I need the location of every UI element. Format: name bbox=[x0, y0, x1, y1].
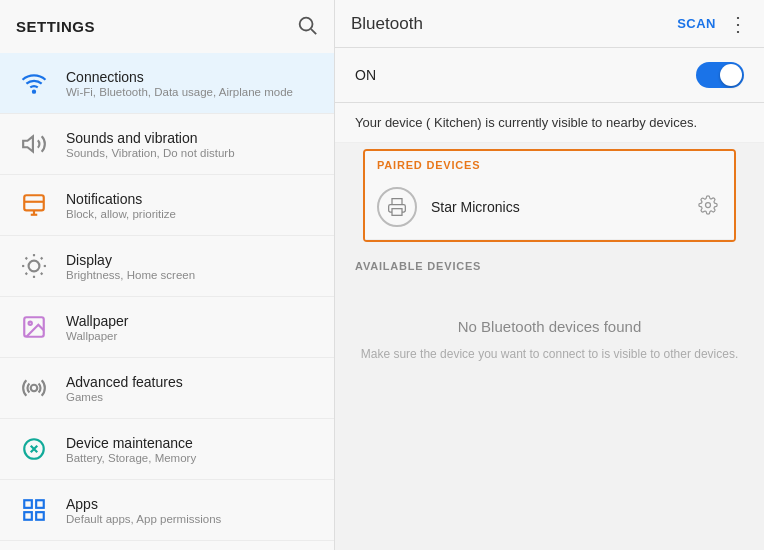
advanced-icon bbox=[16, 370, 52, 406]
sounds-subtitle: Sounds, Vibration, Do not disturb bbox=[66, 147, 235, 159]
sidebar-item-device[interactable]: Device maintenance Battery, Storage, Mem… bbox=[0, 419, 334, 480]
svg-line-12 bbox=[41, 273, 43, 275]
more-options-icon[interactable]: ⋮ bbox=[728, 12, 748, 36]
svg-point-8 bbox=[29, 261, 40, 272]
notifications-subtitle: Block, allow, prioritize bbox=[66, 208, 176, 220]
sidebar-title: SETTINGS bbox=[16, 18, 95, 35]
bluetooth-panel: Bluetooth SCAN ⋮ ON Your device ( Kitche… bbox=[335, 0, 764, 550]
wifi-icon bbox=[16, 65, 52, 101]
svg-point-2 bbox=[33, 91, 35, 93]
svg-line-1 bbox=[311, 29, 316, 34]
printer-icon bbox=[377, 187, 417, 227]
sidebar-header: SETTINGS bbox=[0, 0, 334, 53]
display-icon bbox=[16, 248, 52, 284]
apps-subtitle: Default apps, App permissions bbox=[66, 513, 221, 525]
bluetooth-toggle-row: ON bbox=[335, 48, 764, 103]
svg-rect-4 bbox=[24, 195, 44, 210]
svg-point-27 bbox=[706, 202, 711, 207]
device-icon bbox=[16, 431, 52, 467]
settings-list: Connections Wi-Fi, Bluetooth, Data usage… bbox=[0, 53, 334, 550]
available-section-label: AVAILABLE DEVICES bbox=[335, 250, 764, 278]
sidebar-item-apps[interactable]: Apps Default apps, App permissions bbox=[0, 480, 334, 541]
svg-line-11 bbox=[26, 258, 28, 260]
svg-point-0 bbox=[300, 18, 313, 31]
bluetooth-on-label: ON bbox=[355, 67, 376, 83]
paired-device-row[interactable]: Star Micronics bbox=[365, 175, 734, 240]
bluetooth-toggle[interactable] bbox=[696, 62, 744, 88]
sidebar-item-advanced[interactable]: Advanced features Games bbox=[0, 358, 334, 419]
paired-devices-section: PAIRED DEVICES Star Micronics bbox=[363, 149, 736, 242]
advanced-title: Advanced features bbox=[66, 374, 183, 390]
notifications-title: Notifications bbox=[66, 191, 176, 207]
settings-sidebar: SETTINGS Connections Wi-Fi, Bluetooth, D… bbox=[0, 0, 335, 550]
svg-rect-26 bbox=[392, 209, 402, 216]
apps-title: Apps bbox=[66, 496, 221, 512]
scan-button[interactable]: SCAN bbox=[677, 16, 716, 31]
display-subtitle: Brightness, Home screen bbox=[66, 269, 195, 281]
apps-icon bbox=[16, 492, 52, 528]
sidebar-item-wallpaper[interactable]: Wallpaper Wallpaper bbox=[0, 297, 334, 358]
sidebar-item-lock[interactable]: Lock screen and security Lock screen, Fi… bbox=[0, 541, 334, 550]
svg-point-18 bbox=[29, 322, 32, 325]
visibility-message: Your device ( Kitchen) is currently visi… bbox=[335, 103, 764, 143]
device-subtitle: Battery, Storage, Memory bbox=[66, 452, 196, 464]
sidebar-item-notifications[interactable]: Notifications Block, allow, prioritize bbox=[0, 175, 334, 236]
no-devices-sub: Make sure the device you want to connect… bbox=[361, 345, 739, 363]
bluetooth-content: ON Your device ( Kitchen) is currently v… bbox=[335, 48, 764, 550]
search-button[interactable] bbox=[296, 14, 318, 39]
device-settings-icon[interactable] bbox=[694, 191, 722, 224]
wallpaper-subtitle: Wallpaper bbox=[66, 330, 129, 342]
bluetooth-title: Bluetooth bbox=[351, 14, 677, 34]
no-devices-area: No Bluetooth devices found Make sure the… bbox=[335, 278, 764, 383]
svg-line-15 bbox=[26, 273, 28, 275]
advanced-subtitle: Games bbox=[66, 391, 183, 403]
paired-section-label: PAIRED DEVICES bbox=[365, 151, 734, 175]
display-title: Display bbox=[66, 252, 195, 268]
bluetooth-header: Bluetooth SCAN ⋮ bbox=[335, 0, 764, 48]
device-name: Star Micronics bbox=[431, 199, 694, 215]
wallpaper-icon bbox=[16, 309, 52, 345]
wallpaper-title: Wallpaper bbox=[66, 313, 129, 329]
svg-marker-3 bbox=[23, 136, 33, 151]
svg-rect-22 bbox=[36, 500, 44, 508]
sidebar-item-sounds[interactable]: Sounds and vibration Sounds, Vibration, … bbox=[0, 114, 334, 175]
device-title: Device maintenance bbox=[66, 435, 196, 451]
svg-rect-21 bbox=[24, 500, 32, 508]
sidebar-item-connections[interactable]: Connections Wi-Fi, Bluetooth, Data usage… bbox=[0, 53, 334, 114]
svg-rect-23 bbox=[24, 512, 32, 520]
svg-line-16 bbox=[41, 258, 43, 260]
notifications-icon bbox=[16, 187, 52, 223]
svg-point-19 bbox=[31, 385, 38, 392]
connections-title: Connections bbox=[66, 69, 293, 85]
connections-subtitle: Wi-Fi, Bluetooth, Data usage, Airplane m… bbox=[66, 86, 293, 98]
sounds-title: Sounds and vibration bbox=[66, 130, 235, 146]
svg-rect-24 bbox=[36, 512, 44, 520]
sidebar-item-display[interactable]: Display Brightness, Home screen bbox=[0, 236, 334, 297]
no-devices-title: No Bluetooth devices found bbox=[458, 318, 641, 335]
sound-icon bbox=[16, 126, 52, 162]
